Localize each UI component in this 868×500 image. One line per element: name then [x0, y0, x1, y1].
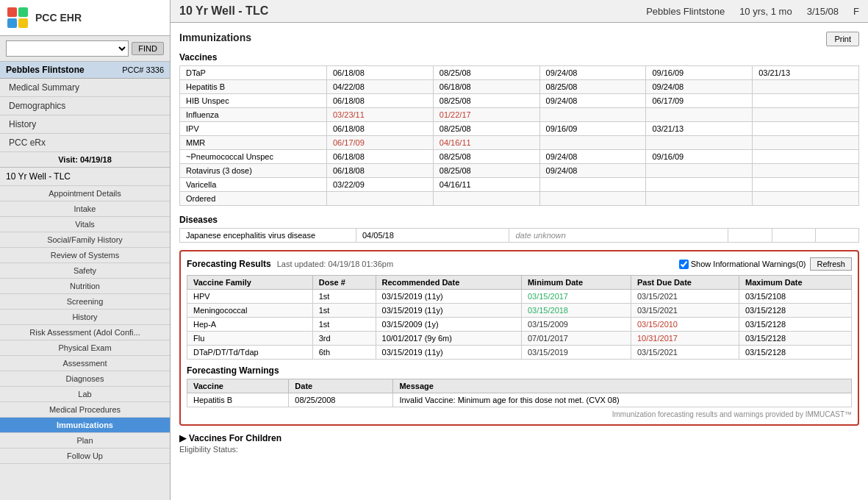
visit-nav-intake[interactable]: Intake — [0, 201, 170, 217]
vaccine-date — [753, 136, 859, 150]
visit-nav-follow-up[interactable]: Follow Up — [0, 449, 170, 464]
col-maximum: Maximum Date — [739, 276, 851, 290]
search-select[interactable] — [6, 40, 129, 57]
diseases-table: Japanese encephalitis virus disease 04/0… — [179, 228, 859, 243]
vaccine-date: 09/24/08 — [539, 150, 646, 164]
visit-nav-assessment[interactable]: Assessment — [0, 356, 170, 371]
patient-dob: 3/15/08 — [807, 6, 839, 17]
vaccine-name: Rotavirus (3 dose) — [180, 164, 327, 178]
vaccine-date: 06/18/08 — [327, 94, 434, 108]
search-area: FIND — [0, 36, 170, 62]
forecast-family: Meningococcal — [187, 304, 313, 318]
vaccine-date: 09/24/08 — [539, 66, 646, 80]
vaccine-date: 06/17/09 — [646, 94, 753, 108]
warning-date: 08/25/2008 — [289, 393, 393, 407]
patient-age: 10 yrs, 1 mo — [739, 6, 792, 17]
refresh-button[interactable]: Refresh — [810, 257, 852, 271]
vaccine-date: 04/16/11 — [433, 136, 539, 150]
vaccine-name: Varicella — [180, 178, 327, 192]
vaccine-date: 09/16/09 — [646, 150, 753, 164]
warnings-table: Vaccine Date Message Hepatitis B 08/25/2… — [187, 379, 852, 407]
vaccine-date: 06/18/08 — [327, 150, 434, 164]
show-warnings-label[interactable]: Show Informational Warnings(0) — [679, 260, 806, 269]
forecast-row: Meningococcal 1st 03/15/2019 (11y) 03/15… — [187, 304, 852, 318]
visit-nav-history[interactable]: History — [0, 310, 170, 325]
visit-nav-physical-exam[interactable]: Physical Exam — [0, 340, 170, 356]
forecast-past-due: 03/15/2010 — [631, 318, 739, 332]
vaccine-name: DTaP — [180, 66, 327, 80]
find-button[interactable]: FIND — [132, 42, 164, 55]
vaccine-date — [646, 136, 753, 150]
visit-nav-lab[interactable]: Lab — [0, 387, 170, 402]
vaccine-date: 09/16/09 — [646, 66, 753, 80]
logo-area: PCC EHR — [0, 0, 170, 36]
visit-nav-nutrition[interactable]: Nutrition — [0, 279, 170, 294]
vfc-title[interactable]: ▶ Vaccines For Children — [179, 433, 859, 443]
sidebar-item-history[interactable]: History — [0, 115, 170, 134]
vaccine-date: 09/24/08 — [539, 164, 646, 178]
sidebar-nav: Medical Summary Demographics History PCC… — [0, 79, 170, 152]
vaccine-date — [539, 136, 646, 150]
vaccine-row: ~Pneumococcal Unspec06/18/0808/25/0809/2… — [180, 150, 859, 164]
patient-header: Pebbles Flintstone PCC# 3336 — [0, 62, 170, 79]
visit-nav-vitals[interactable]: Vitals — [0, 217, 170, 232]
forecast-past-due: 03/15/2021 — [631, 304, 739, 318]
vaccine-date — [646, 192, 753, 206]
forecasting-box: Forecasting Results Last updated: 04/19/… — [179, 250, 859, 426]
forecast-row: HPV 1st 03/15/2019 (11y) 03/15/2017 03/1… — [187, 290, 852, 304]
vaccine-date: 06/18/08 — [327, 122, 434, 136]
sidebar-item-medical-summary[interactable]: Medical Summary — [0, 79, 170, 97]
visit-nav-risk-assessment[interactable]: Risk Assessment (Adol Confi... — [0, 325, 170, 340]
visit-nav-review-of-systems[interactable]: Review of Systems — [0, 248, 170, 263]
vaccine-row: Influenza03/23/1101/22/17 — [180, 108, 859, 122]
warnings-label: Forecasting Warnings — [187, 365, 852, 376]
vaccine-date: 09/24/08 — [646, 80, 753, 94]
vaccine-date: 09/24/08 — [539, 94, 646, 108]
forecasting-title: Forecasting Results — [187, 259, 271, 269]
vaccine-date: 08/25/08 — [433, 94, 539, 108]
vaccine-name: MMR — [180, 136, 327, 150]
app-title: PCC EHR — [35, 12, 82, 24]
sidebar-item-demographics[interactable]: Demographics — [0, 97, 170, 115]
forecast-maximum: 03/15/2108 — [739, 290, 851, 304]
vaccine-date — [753, 94, 859, 108]
forecast-family: Flu — [187, 332, 313, 346]
vaccine-date: 03/21/13 — [753, 66, 859, 80]
visit-nav-appointment-details[interactable]: Appointment Details — [0, 186, 170, 201]
vaccines-table: DTaP06/18/0808/25/0809/24/0809/16/0903/2… — [179, 65, 859, 206]
patient-sex: F — [853, 6, 859, 17]
sidebar-item-pcc-erx[interactable]: PCC eRx — [0, 134, 170, 152]
visit-nav-immunizations[interactable]: Immunizations — [0, 418, 170, 433]
visit-nav-safety[interactable]: Safety — [0, 263, 170, 279]
vaccine-date: 03/22/09 — [327, 178, 434, 192]
forecast-family: Hep-A — [187, 318, 313, 332]
logo-tl — [7, 7, 17, 17]
vaccine-date: 04/16/11 — [433, 178, 539, 192]
visit-nav-diagnoses[interactable]: Diagnoses — [0, 371, 170, 387]
patient-name-top: Pebbles Flintstone — [646, 6, 725, 17]
forecast-table: Vaccine Family Dose # Recommended Date M… — [187, 275, 852, 360]
visit-nav-medical-procedures[interactable]: Medical Procedures — [0, 402, 170, 418]
forecast-family: HPV — [187, 290, 313, 304]
vaccine-date — [327, 192, 434, 206]
forecast-dose: 3rd — [312, 332, 376, 346]
forecast-header-row: Vaccine Family Dose # Recommended Date M… — [187, 276, 852, 290]
visit-nav-plan[interactable]: Plan — [0, 433, 170, 449]
vaccine-date — [539, 192, 646, 206]
show-warnings-checkbox[interactable] — [679, 260, 689, 269]
vaccine-date: 08/25/08 — [539, 80, 646, 94]
vaccine-date: 08/25/08 — [433, 150, 539, 164]
immunizations-title: Immunizations — [179, 32, 251, 43]
visit-nav-screening[interactable]: Screening — [0, 294, 170, 310]
forecast-recommended: 03/15/2019 (11y) — [376, 290, 521, 304]
visit-nav-social-family-history[interactable]: Social/Family History — [0, 232, 170, 248]
warning-message: Invalid Vaccine: Minimum age for this do… — [393, 393, 852, 407]
content-area: Immunizations Print Vaccines DTaP06/18/0… — [171, 23, 868, 500]
vaccine-row: Rotavirus (3 dose)06/18/0808/25/0809/24/… — [180, 164, 859, 178]
forecast-recommended: 03/15/2019 (11y) — [376, 346, 521, 360]
forecast-maximum: 03/15/2128 — [739, 304, 851, 318]
vaccine-date — [753, 164, 859, 178]
print-button[interactable]: Print — [826, 32, 859, 46]
logo-br — [18, 18, 28, 28]
warning-row: Hepatitis B 08/25/2008 Invalid Vaccine: … — [187, 393, 852, 407]
